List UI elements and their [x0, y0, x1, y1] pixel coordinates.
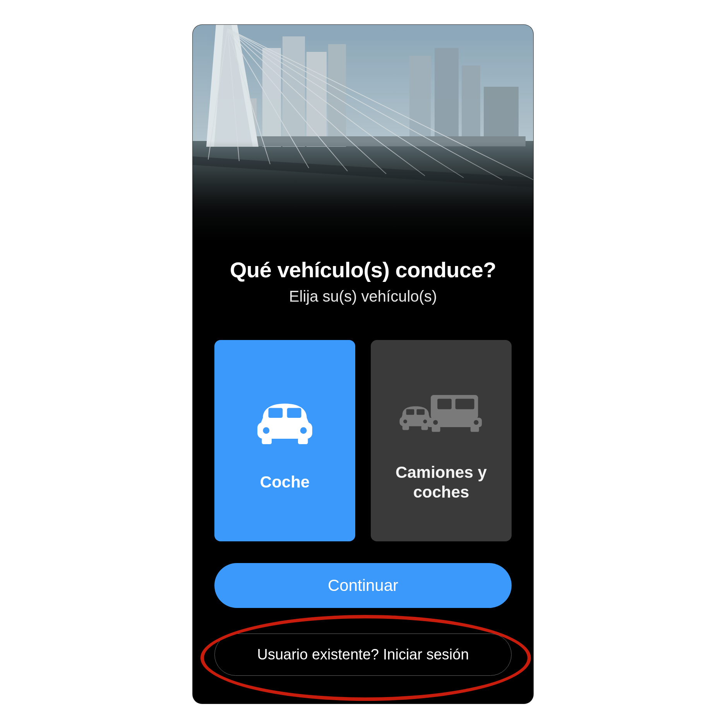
svg-rect-34 — [437, 399, 452, 409]
page-subtitle: Elija su(s) vehículo(s) — [214, 288, 512, 305]
hero-image — [193, 25, 533, 242]
svg-rect-43 — [406, 409, 414, 415]
svg-rect-41 — [402, 425, 409, 430]
continue-button[interactable]: Continuar — [214, 563, 512, 608]
svg-point-30 — [263, 427, 269, 434]
svg-rect-2 — [409, 56, 431, 145]
svg-rect-8 — [306, 52, 327, 147]
svg-point-38 — [433, 420, 438, 425]
svg-point-46 — [423, 420, 427, 424]
vehicle-option-trucks-cars[interactable]: Camiones y coches — [371, 340, 512, 541]
svg-point-45 — [403, 420, 407, 424]
svg-rect-7 — [283, 36, 305, 147]
car-icon — [242, 389, 327, 455]
svg-rect-26 — [262, 438, 272, 444]
svg-point-31 — [300, 427, 307, 434]
svg-rect-9 — [328, 44, 346, 147]
svg-point-39 — [474, 420, 478, 425]
car-truck-icon — [399, 379, 484, 445]
svg-rect-36 — [432, 426, 440, 432]
svg-rect-5 — [484, 87, 519, 145]
svg-rect-28 — [269, 408, 283, 418]
svg-rect-3 — [435, 48, 459, 145]
svg-rect-27 — [298, 438, 308, 444]
vehicle-option-label: Camiones y coches — [371, 463, 512, 502]
svg-rect-37 — [471, 426, 479, 432]
page-title: Qué vehículo(s) conduce? — [214, 257, 512, 282]
signin-button[interactable]: Usuario existente? Iniciar sesión — [214, 634, 512, 676]
svg-rect-29 — [287, 408, 301, 418]
vehicle-option-label: Coche — [253, 472, 317, 492]
svg-rect-44 — [416, 409, 425, 415]
vehicle-option-car[interactable]: Coche — [214, 340, 355, 541]
svg-rect-35 — [455, 399, 474, 409]
vehicle-options: Coche — [214, 340, 512, 541]
onboarding-screen: Qué vehículo(s) conduce? Elija su(s) veh… — [193, 25, 533, 704]
svg-rect-4 — [462, 65, 480, 145]
svg-rect-42 — [421, 425, 428, 430]
